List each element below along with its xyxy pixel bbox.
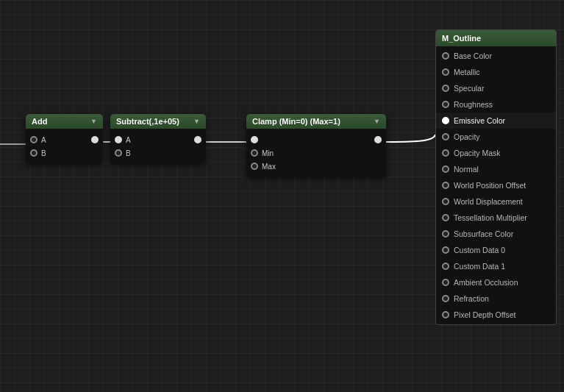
material-pin-dot-opacity bbox=[442, 133, 449, 140]
subtract-node-body: A B bbox=[110, 129, 206, 164]
material-label-metallic: Metallic bbox=[454, 68, 480, 76]
material-panel-item-metallic[interactable]: Metallic bbox=[436, 64, 556, 80]
add-node-header[interactable]: Add ▼ bbox=[26, 114, 103, 129]
material-pin-dot-base-color bbox=[442, 52, 449, 60]
add-node-pin-a: A bbox=[26, 133, 103, 146]
clamp-min-label: Min bbox=[262, 149, 274, 157]
add-input-a-label: A bbox=[41, 136, 46, 144]
material-panel-header: M_Outline bbox=[436, 30, 556, 46]
clamp-min-pin bbox=[251, 149, 258, 157]
material-panel-item-pixel-depth-offset[interactable]: Pixel Depth Offset bbox=[436, 307, 556, 323]
material-pin-dot-world-displacement bbox=[442, 198, 449, 205]
subtract-input-b-label: B bbox=[126, 149, 131, 157]
clamp-node-title: Clamp (Min=0) (Max=1) bbox=[252, 117, 340, 126]
material-label-normal: Normal bbox=[454, 165, 479, 174]
clamp-node-pin-max: Max bbox=[246, 160, 386, 173]
clamp-input-pin bbox=[251, 136, 258, 143]
subtract-input-b-pin bbox=[115, 149, 122, 157]
add-input-b-pin bbox=[30, 149, 38, 157]
material-label-specular: Specular bbox=[454, 84, 484, 93]
material-pin-dot-pixel-depth-offset bbox=[442, 311, 449, 318]
subtract-input-a-pin bbox=[115, 136, 122, 143]
material-label-subsurface-color: Subsurface Color bbox=[454, 229, 513, 238]
material-pin-dot-specular bbox=[442, 85, 449, 92]
material-panel-item-opacity[interactable]: Opacity bbox=[436, 129, 556, 145]
material-pin-dot-refraction bbox=[442, 295, 449, 302]
material-label-roughness: Roughness bbox=[454, 100, 493, 109]
subtract-node-pin-a: A bbox=[110, 133, 206, 146]
material-pin-dot-emissive-color bbox=[442, 117, 449, 124]
add-node-title: Add bbox=[32, 117, 47, 126]
material-label-world-position-offset: World Position Offset bbox=[454, 181, 526, 190]
material-panel-item-opacity-mask[interactable]: Opacity Mask bbox=[436, 145, 556, 161]
material-label-base-color: Base Color bbox=[454, 51, 492, 60]
add-input-a-pin bbox=[30, 136, 38, 143]
subtract-input-a-label: A bbox=[126, 136, 131, 144]
clamp-output-pin bbox=[374, 136, 382, 143]
material-panel-item-roughness[interactable]: Roughness bbox=[436, 96, 556, 113]
material-pin-dot-custom-data-0 bbox=[442, 246, 449, 254]
material-label-pixel-depth-offset: Pixel Depth Offset bbox=[454, 310, 515, 319]
material-label-opacity: Opacity bbox=[454, 132, 480, 141]
clamp-node-pin-in bbox=[246, 133, 386, 146]
material-pin-dot-opacity-mask bbox=[442, 149, 449, 157]
material-panel-item-custom-data-0[interactable]: Custom Data 0 bbox=[436, 242, 556, 258]
clamp-node-dropdown-icon[interactable]: ▼ bbox=[374, 118, 380, 125]
material-label-tessellation-multiplier: Tessellation Multiplier bbox=[454, 213, 527, 222]
material-label-world-displacement: World Displacement bbox=[454, 197, 523, 206]
clamp-node-pin-min: Min bbox=[246, 146, 386, 160]
material-pin-dot-tessellation-multiplier bbox=[442, 214, 449, 221]
add-output-pin bbox=[91, 136, 99, 143]
material-panel-item-normal[interactable]: Normal bbox=[436, 161, 556, 177]
subtract-node-dropdown-icon[interactable]: ▼ bbox=[193, 118, 200, 125]
material-panel-item-custom-data-1[interactable]: Custom Data 1 bbox=[436, 258, 556, 274]
material-label-ambient-occlusion: Ambient Occlusion bbox=[454, 278, 518, 287]
material-panel-item-refraction[interactable]: Refraction bbox=[436, 291, 556, 307]
clamp-node-body: Min Max bbox=[246, 129, 386, 177]
material-panel-item-base-color[interactable]: Base Color bbox=[436, 48, 556, 64]
material-pin-dot-subsurface-color bbox=[442, 230, 449, 238]
add-node-body: A B bbox=[26, 129, 103, 164]
subtract-node[interactable]: Subtract(,1e+05) ▼ A B bbox=[110, 114, 206, 164]
subtract-node-header[interactable]: Subtract(,1e+05) ▼ bbox=[110, 114, 206, 129]
material-pin-dot-world-position-offset bbox=[442, 182, 449, 189]
material-panel-item-subsurface-color[interactable]: Subsurface Color bbox=[436, 226, 556, 242]
subtract-output-pin bbox=[194, 136, 201, 143]
material-panel: M_Outline Base ColorMetallicSpecularRoug… bbox=[435, 29, 557, 325]
material-label-emissive-color: Emissive Color bbox=[454, 116, 505, 125]
add-node[interactable]: Add ▼ A B bbox=[26, 114, 103, 164]
add-node-dropdown-icon[interactable]: ▼ bbox=[90, 118, 97, 125]
subtract-node-pin-b: B bbox=[110, 146, 206, 160]
material-panel-item-specular[interactable]: Specular bbox=[436, 80, 556, 96]
clamp-max-pin bbox=[251, 163, 258, 170]
material-panel-item-ambient-occlusion[interactable]: Ambient Occlusion bbox=[436, 274, 556, 291]
material-label-custom-data-0: Custom Data 0 bbox=[454, 246, 505, 254]
material-panel-item-tessellation-multiplier[interactable]: Tessellation Multiplier bbox=[436, 210, 556, 226]
material-label-opacity-mask: Opacity Mask bbox=[454, 149, 501, 157]
material-panel-title: M_Outline bbox=[442, 34, 481, 43]
subtract-node-title: Subtract(,1e+05) bbox=[116, 117, 179, 126]
add-input-b-label: B bbox=[41, 149, 46, 157]
clamp-node[interactable]: Clamp (Min=0) (Max=1) ▼ Min Max bbox=[246, 114, 386, 177]
material-pin-dot-ambient-occlusion bbox=[442, 279, 449, 286]
clamp-node-header[interactable]: Clamp (Min=0) (Max=1) ▼ bbox=[246, 114, 386, 129]
material-panel-item-world-displacement[interactable]: World Displacement bbox=[436, 193, 556, 210]
material-panel-item-world-position-offset[interactable]: World Position Offset bbox=[436, 177, 556, 193]
material-label-refraction: Refraction bbox=[454, 294, 489, 303]
material-pin-dot-custom-data-1 bbox=[442, 263, 449, 270]
material-panel-item-emissive-color[interactable]: Emissive Color bbox=[436, 113, 556, 129]
material-pin-dot-roughness bbox=[442, 101, 449, 108]
material-panel-items: Base ColorMetallicSpecularRoughnessEmiss… bbox=[436, 46, 556, 324]
material-pin-dot-metallic bbox=[442, 68, 449, 76]
clamp-max-label: Max bbox=[262, 163, 276, 171]
add-node-pin-b: B bbox=[26, 146, 103, 160]
material-pin-dot-normal bbox=[442, 165, 449, 173]
material-label-custom-data-1: Custom Data 1 bbox=[454, 262, 505, 271]
